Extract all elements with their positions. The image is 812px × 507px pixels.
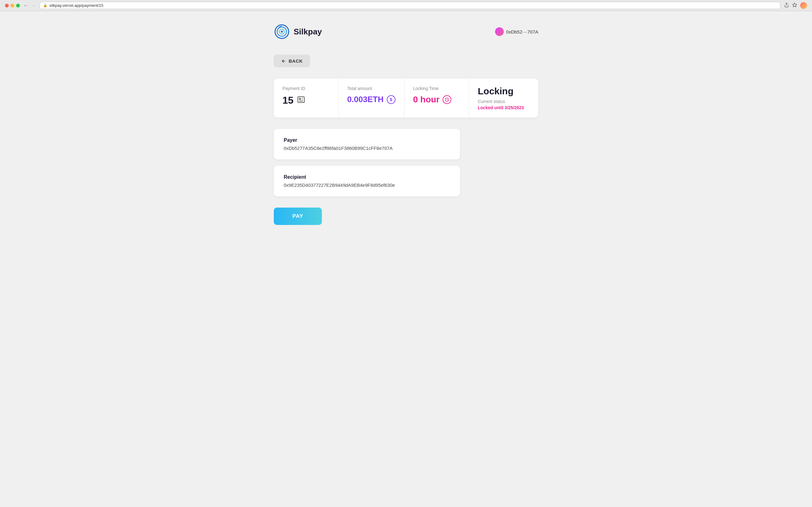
- browser-chrome: ← → 🔒 silkpay.vercel.app/payment/15: [0, 0, 812, 11]
- svg-point-8: [299, 98, 301, 100]
- forward-browser-icon: →: [31, 3, 36, 8]
- status-card: Locking Current status Locked until 3/25…: [469, 78, 538, 118]
- browser-actions: [784, 2, 807, 9]
- payment-id-value-row: 15: [282, 95, 330, 106]
- clock-circle-icon: [443, 95, 451, 104]
- locking-time-label: Locking Time: [413, 86, 460, 91]
- svg-point-5: [281, 31, 283, 33]
- svg-rect-7: [298, 97, 304, 102]
- logo-icon: [274, 23, 290, 40]
- logo-area: Silkpay: [274, 23, 322, 40]
- id-badge-icon: [297, 95, 306, 106]
- app-header: Silkpay 0xDb52····707A: [274, 23, 538, 40]
- status-title: Locking: [478, 86, 530, 97]
- pay-button-label: PAY: [292, 213, 303, 219]
- browser-profile-avatar[interactable]: [800, 2, 807, 9]
- address-bar[interactable]: 🔒 silkpay.vercel.app/payment/15: [40, 2, 780, 9]
- wallet-avatar: [495, 27, 504, 36]
- pay-button[interactable]: PAY: [274, 208, 322, 225]
- window-controls: [5, 4, 20, 7]
- payer-address: 0xDb5277A35C8e2ff86fa01F3860B99C1cFF8e70…: [284, 146, 450, 151]
- ssl-lock-icon: 🔒: [43, 3, 48, 7]
- back-button-label: BACK: [289, 58, 303, 64]
- fullscreen-dot: [16, 4, 20, 7]
- url-text: silkpay.vercel.app/payment/15: [49, 3, 103, 8]
- payer-label: Payer: [284, 137, 450, 143]
- payer-card: Payer 0xDb5277A35C8e2ff86fa01F3860B99C1c…: [274, 129, 460, 160]
- current-status-label: Current status: [478, 99, 530, 104]
- wallet-badge: 0xDb52····707A: [495, 27, 538, 36]
- recipient-address: 0x9E235D40377227E2B9449dA9EB4e9F8d95ef63…: [284, 182, 450, 188]
- bookmark-icon[interactable]: [792, 2, 797, 9]
- locking-time-value-row: 0 hour: [413, 95, 460, 105]
- total-amount-label: Total amount: [347, 86, 395, 91]
- back-arrow-icon: [281, 59, 286, 64]
- dollar-circle-icon: $: [387, 95, 395, 104]
- app-title: Silkpay: [293, 27, 322, 37]
- locking-time-card: Locking Time 0 hour: [404, 78, 469, 118]
- payment-id-label: Payment ID: [282, 86, 330, 91]
- payment-id-card: Payment ID 15: [274, 78, 339, 118]
- payment-id-number: 15: [282, 95, 293, 106]
- back-browser-icon[interactable]: ←: [23, 3, 29, 8]
- recipient-card: Recipient 0x9E235D40377227E2B9449dA9EB4e…: [274, 166, 460, 196]
- svg-marker-1: [793, 3, 797, 7]
- close-dot: [5, 4, 9, 7]
- total-amount-card: Total amount 0.003ETH $: [339, 78, 404, 118]
- recipient-label: Recipient: [284, 174, 450, 180]
- wallet-address-label: 0xDb52····707A: [506, 29, 538, 35]
- minimize-dot: [10, 4, 14, 7]
- info-cards-row: Payment ID 15 Total amount 0.003ETH $: [274, 78, 538, 118]
- share-icon[interactable]: [784, 2, 789, 9]
- total-amount-value-row: 0.003ETH $: [347, 95, 395, 104]
- back-button[interactable]: BACK: [274, 55, 310, 67]
- amount-number: 0.003ETH: [347, 95, 384, 104]
- locking-time-number: 0 hour: [413, 95, 440, 105]
- locked-until-text: Locked until 3/25/2023: [478, 105, 530, 110]
- app-container: Silkpay 0xDb52····707A BACK Payment ID 1…: [266, 11, 546, 237]
